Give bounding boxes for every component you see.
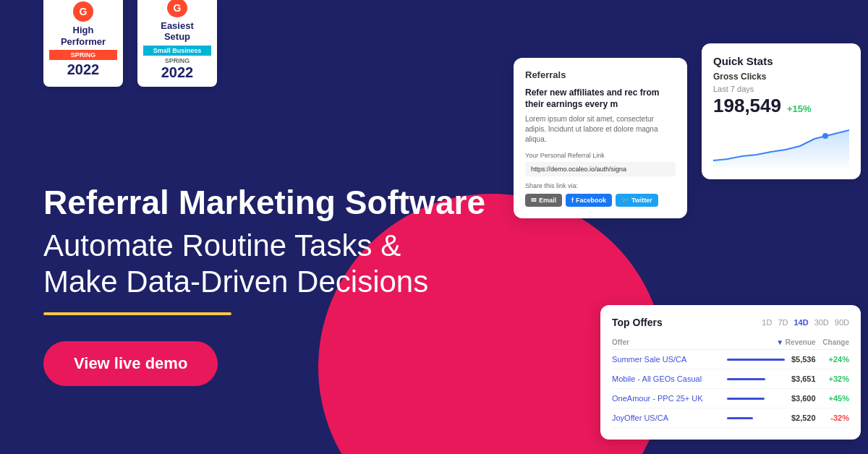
offer-name-0[interactable]: Summer Sale US/CA <box>612 350 727 369</box>
offer-name-2[interactable]: OneAmour - PPC 25+ UK <box>612 389 727 408</box>
quick-stats-period: Last 7 days <box>713 85 849 93</box>
share-buttons-group: ✉ Email f Facebook 🐦 Twitter <box>525 194 676 207</box>
email-icon: ✉ <box>531 197 537 204</box>
left-content-area: G HighPerformer SPRING 2022 G EasiestSet… <box>43 0 492 454</box>
col-offer: Offer <box>612 335 727 350</box>
referrals-card: Referrals Refer new affiliates and rec f… <box>514 58 687 218</box>
tab-14d[interactable]: 14D <box>793 318 808 327</box>
offer-change-0: +24% <box>816 350 849 369</box>
share-facebook-button[interactable]: f Facebook <box>566 194 612 207</box>
tab-90d[interactable]: 90D <box>835 318 849 327</box>
badges-row: G HighPerformer SPRING 2022 G EasiestSet… <box>43 0 217 87</box>
referrals-card-title: Referrals <box>525 69 676 80</box>
top-offers-title: Top Offers <box>612 317 663 328</box>
sort-arrow-icon: ▼ <box>776 338 783 346</box>
badge-year-1: 2022 <box>67 61 100 78</box>
share-label: Share this link via: <box>525 182 676 189</box>
offer-name-3[interactable]: JoyOffer US/CA <box>612 408 727 428</box>
gross-clicks-chart <box>713 124 849 168</box>
top-offers-table: Offer ▼ Revenue Change Summer Sale US/CA… <box>612 335 849 428</box>
referral-link-label: Your Personal Referral Link <box>525 152 676 159</box>
badge-ribbon-2: Small Business <box>143 46 211 56</box>
headline-bold: Referral Marketing Software <box>43 184 492 222</box>
headline-light-line2: Make Data-Driven Decisions <box>43 265 428 299</box>
easiest-setup-badge: G EasiestSetup Small Business SPRING 202… <box>137 0 217 87</box>
offer-revenue-1: $3,651 <box>785 369 816 389</box>
gross-clicks-change: +15% <box>787 103 812 114</box>
offer-revenue-0: $5,536 <box>785 350 816 369</box>
badge-sub-2: SPRING <box>165 57 190 64</box>
offer-change-1: +32% <box>816 369 849 389</box>
top-offers-header: Top Offers 1D 7D 14D 30D 90D <box>612 317 849 328</box>
facebook-icon: f <box>571 197 574 204</box>
offer-change-3: -32% <box>816 408 849 428</box>
share-email-button[interactable]: ✉ Email <box>525 194 562 207</box>
gross-clicks-label: Gross Clicks <box>713 72 849 82</box>
tab-7d[interactable]: 7D <box>778 318 788 327</box>
referral-link-value: https://demo.ocaleo.io/auth/signa <box>525 162 676 176</box>
badge-title-1: HighPerformer <box>61 25 106 47</box>
table-row: OneAmour - PPC 25+ UK $3,600 +45% <box>612 389 849 408</box>
offer-name-1[interactable]: Mobile - All GEOs Casual <box>612 369 727 389</box>
offer-revenue-3: $2,520 <box>785 408 816 428</box>
referrals-card-body: Lorem ipsum dolor sit amet, consectetur … <box>525 114 676 145</box>
gross-clicks-row: 198,549 +15% <box>713 95 849 117</box>
cta-button[interactable]: View live demo <box>43 341 218 386</box>
offer-change-2: +45% <box>816 389 849 408</box>
offer-bar-2 <box>727 389 785 408</box>
g2-logo-1: G <box>73 1 93 22</box>
quick-stats-title: Quick Stats <box>713 55 849 67</box>
g2-logo-2: G <box>167 0 187 17</box>
headline-area: Referral Marketing Software Automate Rou… <box>43 184 492 386</box>
offer-bar-3 <box>727 408 785 428</box>
table-row: JoyOffer US/CA $2,520 -32% <box>612 408 849 428</box>
gross-clicks-value: 198,549 <box>713 95 781 117</box>
share-twitter-button[interactable]: 🐦 Twitter <box>616 194 658 207</box>
main-container: G HighPerformer SPRING 2022 G EasiestSet… <box>0 0 868 454</box>
twitter-icon: 🐦 <box>621 197 629 204</box>
tab-1d[interactable]: 1D <box>762 318 772 327</box>
share-email-label: Email <box>539 197 556 204</box>
tab-30d[interactable]: 30D <box>814 318 829 327</box>
table-row: Summer Sale US/CA $5,536 +24% <box>612 350 849 369</box>
top-offers-card: Top Offers 1D 7D 14D 30D 90D Offer ▼ Rev… <box>600 305 861 440</box>
badge-year-2: 2022 <box>161 64 194 81</box>
col-change: Change <box>816 335 849 350</box>
top-offers-tabs: 1D 7D 14D 30D 90D <box>762 318 849 327</box>
badge-title-2: EasiestSetup <box>161 20 194 43</box>
headline-light-line1: Automate Routine Tasks & <box>43 228 401 262</box>
offer-bar-1 <box>727 369 785 389</box>
referrals-card-heading: Refer new affiliates and rec from their … <box>525 87 676 110</box>
yellow-underline-decoration <box>43 312 231 315</box>
offer-revenue-2: $3,600 <box>785 389 816 408</box>
svg-point-0 <box>822 133 828 139</box>
table-row: Mobile - All GEOs Casual $3,651 +32% <box>612 369 849 389</box>
right-content-area: Referrals Refer new affiliates and rec f… <box>492 0 868 454</box>
offer-bar-0 <box>727 350 785 369</box>
badge-ribbon-1: SPRING <box>49 50 117 60</box>
col-revenue: ▼ Revenue <box>727 335 816 350</box>
quick-stats-card: Quick Stats Gross Clicks Last 7 days 198… <box>702 43 861 179</box>
share-facebook-label: Facebook <box>576 197 606 204</box>
share-twitter-label: Twitter <box>631 197 652 204</box>
table-header-row: Offer ▼ Revenue Change <box>612 335 849 350</box>
headline-light: Automate Routine Tasks & Make Data-Drive… <box>43 228 492 301</box>
high-performer-badge: G HighPerformer SPRING 2022 <box>43 0 123 87</box>
